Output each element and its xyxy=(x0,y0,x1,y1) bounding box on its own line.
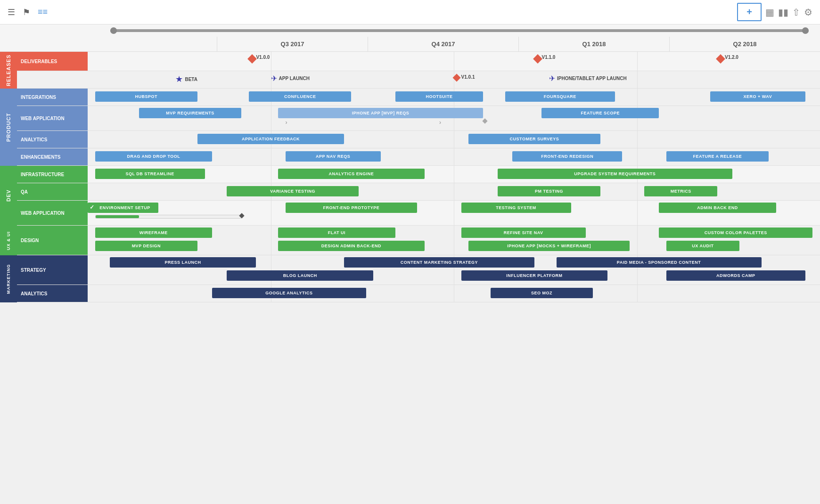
product-section: PRODUCT INTEGRATIONS HUBSPOT CONFLUENCE … xyxy=(0,89,820,166)
slider-thumb-left[interactable] xyxy=(110,27,117,34)
webapp-label: WEB APPLICATION xyxy=(17,106,88,130)
design-label: DESIGN xyxy=(17,226,88,255)
milestone-v100-label: V1.0.0 xyxy=(256,55,270,60)
env-setup-bar-wrapper: ✓ ENVIRONMENT SETUP xyxy=(88,203,158,213)
product-enhancements-row: ENHANCEMENTS DRAG AND DROP TOOL APP NAV … xyxy=(17,148,820,166)
qd17 xyxy=(454,183,454,200)
bar-feature-a-release: FEATURE A RELEASE xyxy=(666,151,769,162)
quarter-q4-2017: Q4 2017 xyxy=(368,37,518,51)
bar-upgrade-sys: UPGRADE SYSTEM REQUIREMENTS xyxy=(498,169,732,179)
export-icon[interactable]: ⇧ xyxy=(792,7,800,18)
q-div-6 xyxy=(637,71,638,88)
sub-arrow-2: › xyxy=(439,119,441,126)
bar-google-analytics: GOOGLE ANALYTICS xyxy=(212,288,366,298)
bar-seo-moz: SEO MOZ xyxy=(491,288,593,298)
iphone-launch-label: IPHONE/TABLET APP LAUNCH xyxy=(557,76,627,81)
sub-progress-bar xyxy=(95,215,242,219)
deliverables-label2 xyxy=(17,71,88,88)
gantt-content: Q3 2017 Q4 2017 Q1 2018 Q2 2018 RELEASES… xyxy=(0,24,820,504)
qd4 xyxy=(271,106,271,130)
releases-deliverables-row1: DELIVERABLES V1.0.0 xyxy=(17,52,820,71)
ux-label: UX & UI xyxy=(0,226,17,255)
qd3 xyxy=(637,89,638,106)
qd22 xyxy=(271,226,271,255)
dev-qa-row: QA VARIANCE TESTING PM TESTING METRICS xyxy=(17,183,820,201)
bar-confluence: CONFLUENCE xyxy=(249,91,352,102)
view-toggle-icon[interactable]: ≡≡ xyxy=(38,7,48,17)
star-icon: ★ xyxy=(175,74,183,84)
strategy-label: STRATEGY xyxy=(17,255,88,285)
filter-icon[interactable]: ▦ xyxy=(765,7,774,18)
ux-section: UX & UI DESIGN WIREFRAME FLAT UI REFINE … xyxy=(0,226,820,255)
iphone-launch-milestone: ✈ IPHONE/TABLET APP LAUNCH xyxy=(549,74,627,83)
q-div-1 xyxy=(271,52,271,71)
marketing-rows: STRATEGY PRESS LAUNCH CONTENT MARKETING … xyxy=(17,255,820,302)
slider-thumb-right[interactable] xyxy=(802,27,809,34)
enhancements-label: ENHANCEMENTS xyxy=(17,148,88,165)
bar-refine-sitenav: REFINE SITE NAV xyxy=(461,228,586,238)
toolbar: ☰ ⚑ ≡≡ + ▦ ▮▮ ⇧ ⚙ xyxy=(0,0,820,24)
diamond-v101 xyxy=(453,74,461,82)
chevron-icon: ✓ xyxy=(90,204,95,211)
q-div-2 xyxy=(454,52,454,71)
bar-variance-testing: VARIANCE TESTING xyxy=(227,186,359,196)
bar-ux-audit: UX AUDIT xyxy=(666,241,739,251)
bar-blog-launch: BLOG LAUNCH xyxy=(227,270,373,281)
analytics-label-mktg: ANALYTICS xyxy=(17,285,88,302)
bar-hubspot: HUBSPOT xyxy=(95,91,198,102)
quarter-q1-2018: Q1 2018 xyxy=(518,37,669,51)
slider-fill xyxy=(110,29,809,32)
bar-admin-backend: ADMIN BACK END xyxy=(659,203,776,213)
releases-chart-bottom: ★ BETA ✈ APP LAUNCH xyxy=(88,71,820,88)
integrations-label: INTEGRATIONS xyxy=(17,89,88,106)
flag-icon[interactable]: ⚑ xyxy=(23,7,30,17)
qa-label: QA xyxy=(17,183,88,200)
quarters-row: Q3 2017 Q4 2017 Q1 2018 Q2 2018 xyxy=(0,37,820,52)
bar-design-admin: DESIGN ADMIN BACK-END xyxy=(278,241,425,251)
product-integrations-row: INTEGRATIONS HUBSPOT CONFLUENCE HOOTSUIT… xyxy=(17,89,820,106)
qd21 xyxy=(637,201,638,225)
qd12 xyxy=(637,148,638,165)
qd30 xyxy=(637,285,638,302)
integrations-chart: HUBSPOT CONFLUENCE HOOTSUITE FOURSQUARE … xyxy=(88,89,820,106)
bar-feature-scope: FEATURE SCOPE xyxy=(541,108,659,118)
qd29 xyxy=(454,285,454,302)
bar-mvp-req: MVP REQUIREMENTS xyxy=(139,108,242,118)
bar-customer-surveys: CUSTOMER SURVEYS xyxy=(468,134,600,144)
ux-rows: DESIGN WIREFRAME FLAT UI REFINE SITE NAV… xyxy=(17,226,820,255)
releases-chart-top: V1.0.0 V1.1.0 V1.2.0 xyxy=(88,52,820,71)
mktg-analytics-chart: GOOGLE ANALYTICS SEO MOZ xyxy=(88,285,820,302)
bar-press-launch: PRESS LAUNCH xyxy=(110,257,256,268)
dev-rows: INFRASTRUCTURE SQL DB STREAMLINE ANALYTI… xyxy=(17,166,820,226)
milestone-v101 xyxy=(454,75,459,81)
toolbar-left: ☰ ⚑ ≡≡ xyxy=(8,7,48,17)
dev-label: DEV xyxy=(0,166,17,226)
diamond-v110 xyxy=(533,54,542,64)
plane-icon-1: ✈ xyxy=(271,74,277,83)
beta-label: BETA xyxy=(185,77,197,82)
add-button[interactable]: + xyxy=(737,3,762,21)
milestone-v110-label: V1.1.0 xyxy=(541,55,555,60)
slider-track[interactable] xyxy=(110,29,809,32)
timeline-slider-area xyxy=(0,24,820,37)
q-div-3 xyxy=(637,52,638,71)
bar-env-setup: ✓ ENVIRONMENT SETUP xyxy=(88,203,158,213)
analytics-chart: APPLICATION FEEDBACK CUSTOMER SURVEYS xyxy=(88,131,820,148)
dev-webapp-chart: ✓ ENVIRONMENT SETUP FRONT-END PROTOTYPE … xyxy=(88,201,820,225)
bar-adwords: ADWORDS CAMP xyxy=(666,270,805,281)
bar-analytics-engine: ANALYTICS ENGINE xyxy=(278,169,425,179)
infrastructure-label: INFRASTRUCTURE xyxy=(17,166,88,183)
diamond-v100 xyxy=(247,54,257,64)
beta-milestone: ★ BETA xyxy=(175,74,197,84)
settings-icon[interactable]: ⚙ xyxy=(804,7,812,18)
list-icon[interactable]: ☰ xyxy=(8,7,15,17)
milestone-v110 xyxy=(534,56,541,62)
quarter-q3-2017: Q3 2017 xyxy=(217,37,368,51)
deliverables-label: DELIVERABLES xyxy=(17,52,88,71)
product-analytics-row: ANALYTICS APPLICATION FEEDBACK CUSTOMER … xyxy=(17,131,820,148)
plane-icon-2: ✈ xyxy=(549,74,555,83)
bar-paid-media: PAID MEDIA - SPONSORED CONTENT xyxy=(557,257,762,268)
columns-icon[interactable]: ▮▮ xyxy=(778,7,788,18)
sub-arrow-1: › xyxy=(286,119,287,126)
qd24 xyxy=(637,226,638,255)
